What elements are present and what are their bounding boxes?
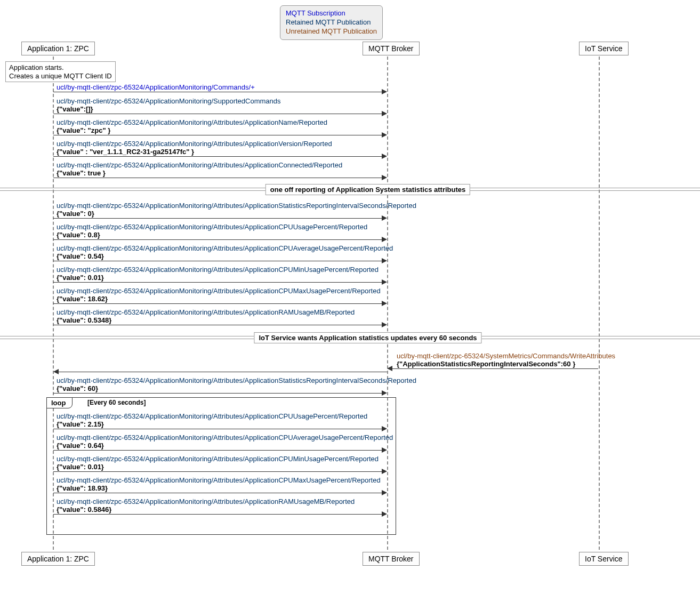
arrow-head <box>382 426 387 431</box>
loop-condition: [Every 60 seconds] <box>87 399 146 406</box>
participant-app-bottom: Application 1: ZPC <box>21 552 95 566</box>
msg-payload: {"value" : "ver_1.1.1_RC2-31-ga25147fc" … <box>57 148 332 156</box>
msg-topic: ucl/by-mqtt-client/zpc-65324/Application… <box>57 434 393 442</box>
msg-topic: ucl/by-mqtt-client/zpc-65324/SystemMetri… <box>397 352 615 360</box>
msg-topic: ucl/by-mqtt-client/zpc-65324/Application… <box>57 140 332 148</box>
arrow <box>53 493 382 493</box>
participant-app-top: Application 1: ZPC <box>21 42 95 55</box>
msg-payload: {"value": 18.62} <box>57 295 381 303</box>
msg-payload: {"value": 0} <box>57 210 416 218</box>
msg-topic: ucl/by-mqtt-client/zpc-65324/Application… <box>57 476 381 484</box>
msg-17: ucl/by-mqtt-client/zpc-65324/Application… <box>57 476 381 492</box>
msg-topic: ucl/by-mqtt-client/zpc-65324/Application… <box>57 118 327 126</box>
arrow <box>53 393 382 394</box>
msg-4: ucl/by-mqtt-client/zpc-65324/Application… <box>57 140 332 156</box>
msg-6: ucl/by-mqtt-client/zpc-65324/Application… <box>57 202 416 218</box>
loop-tag: loop <box>46 397 73 408</box>
msg-1: ucl/by-mqtt-client/zpc-65324/Application… <box>57 83 255 91</box>
arrow <box>53 178 382 178</box>
arrow-head <box>382 301 387 306</box>
participant-iot-top: IoT Service <box>579 42 629 55</box>
msg-topic: ucl/by-mqtt-client/zpc-65324/Application… <box>57 266 379 274</box>
msg-topic: ucl/by-mqtt-client/zpc-65324/Application… <box>57 244 393 252</box>
arrow <box>53 156 382 157</box>
arrow <box>53 303 382 304</box>
arrow-head <box>382 469 387 474</box>
participant-iot-bottom: IoT Service <box>579 552 629 566</box>
arrow-head <box>53 369 59 374</box>
msg-topic: ucl/by-mqtt-client/zpc-65324/Application… <box>57 412 367 420</box>
msg-payload: {"value": "zpc" } <box>57 126 327 134</box>
msg-payload: {"value": 18.93} <box>57 484 381 492</box>
legend-unretained: Unretained MQTT Publication <box>286 27 377 36</box>
arrow <box>53 218 382 219</box>
msg-10: ucl/by-mqtt-client/zpc-65324/Application… <box>57 287 381 303</box>
msg-topic: ucl/by-mqtt-client/zpc-65324/Application… <box>57 287 381 295</box>
msg-payload: {"value": 0.01} <box>57 274 379 282</box>
divider-2-label: IoT Service wants Application statistics… <box>254 332 481 343</box>
msg-topic: ucl/by-mqtt-client/zpc-65324/Application… <box>57 497 355 505</box>
msg-15: ucl/by-mqtt-client/zpc-65324/Application… <box>57 434 393 450</box>
arrow-head <box>382 322 387 327</box>
msg-topic: ucl/by-mqtt-client/zpc-65324/Application… <box>57 376 416 384</box>
arrow <box>53 429 382 429</box>
msg-payload: {"value": 0.64} <box>57 442 393 450</box>
msg-13: ucl/by-mqtt-client/zpc-65324/Application… <box>57 376 416 392</box>
msg-topic: ucl/by-mqtt-client/zpc-65324/Application… <box>57 202 416 210</box>
msg-2: ucl/by-mqtt-client/zpc-65324/Application… <box>57 97 281 113</box>
arrow <box>53 92 382 92</box>
msg-payload: {"value": 2.15} <box>57 420 367 428</box>
arrow <box>59 372 387 372</box>
arrow-head <box>382 175 387 180</box>
msg-8: ucl/by-mqtt-client/zpc-65324/Application… <box>57 244 393 260</box>
msg-payload: {"value": 60} <box>57 384 416 392</box>
lifeline-iot <box>599 57 600 550</box>
legend-subscription: MQTT Subscription <box>286 9 377 18</box>
msg-payload: {"value": true } <box>57 169 342 177</box>
msg-payload: {"ApplicationStatisticsReportingInterval… <box>397 360 615 368</box>
sequence-diagram: MQTT Subscription Retained MQTT Publicat… <box>0 0 700 610</box>
msg-14: ucl/by-mqtt-client/zpc-65324/Application… <box>57 412 367 428</box>
arrow-head <box>382 111 387 116</box>
arrow <box>53 514 382 515</box>
msg-topic: ucl/by-mqtt-client/zpc-65324/Application… <box>57 308 355 316</box>
msg-payload: {"value": 0.8} <box>57 231 367 239</box>
arrow <box>53 135 382 135</box>
arrow <box>53 261 382 261</box>
msg-11: ucl/by-mqtt-client/zpc-65324/Application… <box>57 308 355 324</box>
arrow <box>53 471 382 472</box>
msg-payload: {"value": 0.54} <box>57 252 393 260</box>
arrow <box>53 239 382 240</box>
msg-topic: ucl/by-mqtt-client/zpc-65324/Application… <box>57 223 367 231</box>
msg-18: ucl/by-mqtt-client/zpc-65324/Application… <box>57 497 355 513</box>
arrow-head <box>382 132 387 138</box>
arrow-head <box>387 366 392 371</box>
arrow-head <box>382 490 387 495</box>
msg-16: ucl/by-mqtt-client/zpc-65324/Application… <box>57 455 379 471</box>
arrow-head <box>382 258 387 263</box>
msg-9: ucl/by-mqtt-client/zpc-65324/Application… <box>57 266 379 282</box>
arrow <box>53 114 382 114</box>
arrow <box>53 450 382 451</box>
arrow <box>392 368 598 369</box>
msg-topic: ucl/by-mqtt-client/zpc-65324/Application… <box>57 455 379 463</box>
arrow-head <box>382 89 387 94</box>
legend-retained: Retained MQTT Publication <box>286 18 377 27</box>
arrow-head <box>382 279 387 285</box>
participant-broker-bottom: MQTT Broker <box>363 552 420 566</box>
msg-topic: ucl/by-mqtt-client/zpc-65324/Application… <box>57 83 255 91</box>
msg-payload: {"value": 0.5348} <box>57 316 355 324</box>
arrow-head <box>382 447 387 453</box>
arrow <box>53 282 382 283</box>
msg-7: ucl/by-mqtt-client/zpc-65324/Application… <box>57 223 367 239</box>
msg-topic: ucl/by-mqtt-client/zpc-65324/Application… <box>57 97 281 105</box>
arrow <box>53 325 382 325</box>
legend-box: MQTT Subscription Retained MQTT Publicat… <box>280 5 383 40</box>
arrow-head <box>382 511 387 517</box>
msg-3: ucl/by-mqtt-client/zpc-65324/Application… <box>57 118 327 134</box>
arrow-head <box>382 390 387 396</box>
participant-broker-top: MQTT Broker <box>363 42 420 55</box>
arrow-head <box>382 237 387 242</box>
arrow-head <box>382 215 387 221</box>
msg-topic: ucl/by-mqtt-client/zpc-65324/Application… <box>57 161 342 169</box>
